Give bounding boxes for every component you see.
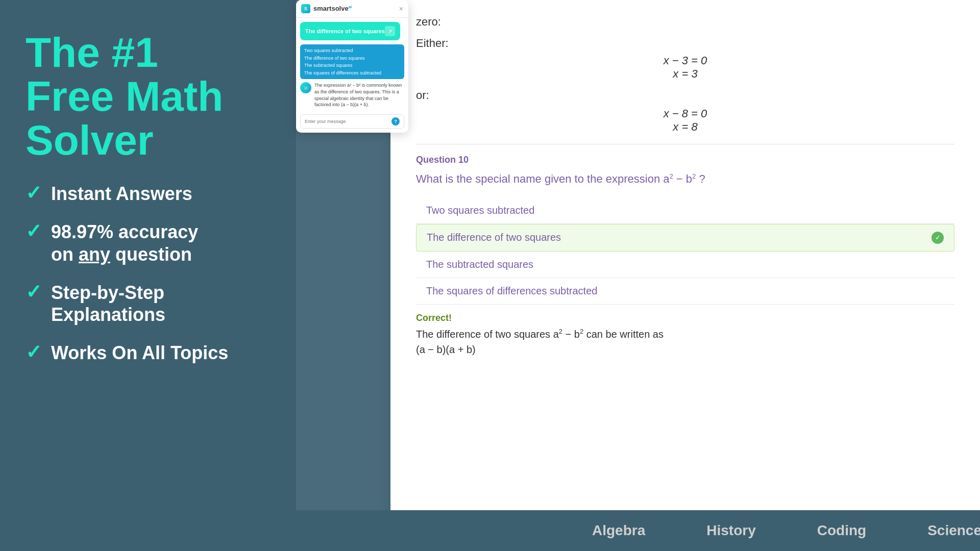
option-1[interactable]: Two squares subtracted: [416, 197, 954, 224]
suggestion-2[interactable]: The difference of two squares: [304, 55, 400, 62]
feature-text-3: Step-by-StepExplanations: [51, 282, 165, 325]
suggestion-4[interactable]: The squares of differences subtracted: [304, 70, 400, 77]
math-equations-2: x − 8 = 0 x = 8: [416, 107, 954, 134]
either-label: Either:: [416, 37, 954, 50]
chat-header: S smartsolveai ×: [296, 0, 408, 18]
check-icon-1: ✓: [26, 183, 42, 204]
check-icon-3: ✓: [26, 282, 42, 303]
correct-checkmark: ✓: [932, 232, 944, 244]
math-zero-line: zero:: [416, 15, 954, 29]
option-3-text: The subtracted squares: [426, 259, 533, 270]
ai-response-text: The expression a² − b² is commonly known…: [314, 82, 404, 108]
chat-help-button[interactable]: ?: [391, 117, 400, 126]
option-1-text: Two squares subtracted: [426, 205, 534, 216]
close-button[interactable]: ×: [399, 5, 403, 12]
topic-algebra[interactable]: Algebra: [592, 522, 645, 539]
features-list: ✓ Instant Answers ✓ 98.97% accuracyon an…: [26, 183, 271, 364]
feature-accuracy: ✓ 98.97% accuracyon any question: [26, 221, 271, 265]
option-3[interactable]: The subtracted squares: [416, 252, 954, 278]
chat-search-button[interactable]: The difference of two squares ↗: [300, 22, 400, 40]
option-4-text: The squares of differences subtracted: [426, 285, 597, 296]
feature-text-1: Instant Answers: [51, 183, 192, 205]
topic-history[interactable]: History: [706, 522, 755, 539]
suggestion-1[interactable]: Two squares subtracted: [304, 47, 400, 54]
suggestion-3[interactable]: The subtracted squares: [304, 62, 400, 69]
feature-text-2: 98.97% accuracyon any question: [51, 221, 198, 265]
feature-instant-answers: ✓ Instant Answers: [26, 183, 271, 205]
option-2-correct[interactable]: The difference of two squares ✓: [416, 224, 954, 252]
option-4[interactable]: The squares of differences subtracted: [416, 278, 954, 305]
smartsolve-brand: smartsolveai: [313, 5, 352, 12]
options-list: Two squares subtracted The difference of…: [416, 197, 954, 305]
chat-ai-response: ◎ The expression a² − b² is commonly kno…: [296, 82, 408, 112]
check-icon-4: ✓: [26, 342, 42, 363]
hero-title: The #1Free MathSolver: [26, 31, 271, 162]
chat-search-btn-text: The difference of two squares: [305, 28, 385, 34]
topic-coding[interactable]: Coding: [817, 522, 866, 539]
check-icon-2: ✓: [26, 221, 42, 242]
left-panel: The #1Free MathSolver ✓ Instant Answers …: [0, 0, 296, 551]
bottom-topics: Algebra History Coding Science Biology: [296, 510, 980, 551]
math-equations-1: x − 3 = 0 x = 3: [416, 54, 954, 81]
share-icon: ↗: [385, 26, 395, 36]
option-2-text: The difference of two squares: [427, 232, 561, 243]
or-label: or:: [416, 89, 954, 102]
ai-avatar: ◎: [300, 82, 311, 93]
divider: [416, 144, 954, 144]
chat-widget: S smartsolveai × The difference of two s…: [296, 0, 408, 133]
feature-step-by-step: ✓ Step-by-StepExplanations: [26, 282, 271, 325]
equation-2a: x − 8 = 0: [416, 107, 954, 120]
question-text: What is the special name given to the ex…: [416, 171, 954, 187]
topic-science[interactable]: Science: [927, 522, 980, 539]
equation-1b: x = 3: [416, 67, 954, 81]
main-content-inner: zero: Either: x − 3 = 0 x = 3 or: x − 8 …: [390, 0, 980, 551]
equation-1a: x − 3 = 0: [416, 54, 954, 67]
equation-2b: x = 8: [416, 120, 954, 134]
either-section: Either: x − 3 = 0 x = 3: [416, 37, 954, 81]
correct-explanation: The difference of two squares a2 − b2 ca…: [416, 327, 954, 357]
ai-badge: ai: [349, 5, 352, 9]
feature-all-topics: ✓ Works On All Topics: [26, 342, 271, 364]
feature-text-4: Works On All Topics: [51, 342, 228, 364]
smartsolve-logo-icon: S: [301, 4, 310, 13]
question-number: Question 10: [416, 155, 954, 165]
chat-input[interactable]: [305, 119, 388, 124]
chat-suggestions: Two squares subtracted The difference of…: [300, 44, 404, 79]
correct-label: Correct!: [416, 313, 954, 323]
main-content: zero: Either: x − 3 = 0 x = 3 or: x − 8 …: [390, 0, 980, 551]
right-panel: S smartsolveai × The difference of two s…: [296, 0, 980, 551]
chat-header-left: S smartsolveai: [301, 4, 352, 13]
chat-input-row: ?: [300, 114, 404, 129]
